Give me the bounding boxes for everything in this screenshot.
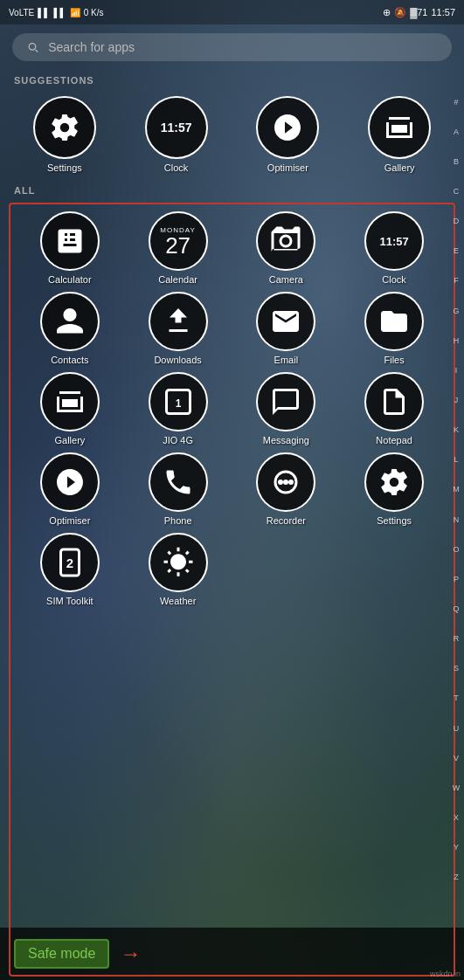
messaging-icon (270, 386, 301, 418)
watermark: wskdn.in (430, 970, 461, 978)
alpha-char-O[interactable]: O (453, 546, 459, 554)
clock-badge: 11:57 (366, 213, 422, 269)
gallery-icon (54, 386, 86, 418)
gallery-icon-suggestion (384, 112, 415, 143)
app-settings-suggestion[interactable]: Settings (33, 96, 96, 173)
gallery-icon-circle-suggestion (368, 96, 431, 159)
optimiser-icon (272, 112, 303, 143)
alpha-char-Z[interactable]: Z (454, 873, 459, 881)
app-gallery-suggestion[interactable]: Gallery (368, 96, 431, 173)
data-speed: 0 K/s (84, 8, 104, 17)
calendar-icon-circle: Monday 27 (149, 211, 208, 271)
app-contacts[interactable]: Contacts (17, 292, 122, 365)
alpha-char-H[interactable]: H (454, 337, 460, 345)
alpha-char-G[interactable]: G (453, 307, 459, 315)
alphabet-sidebar[interactable]: #ABCDEFGHIJKLMNOPQRSTUVWXYZ (448, 87, 464, 893)
camera-icon (270, 225, 301, 257)
alpha-char-Q[interactable]: Q (453, 605, 459, 613)
app-label-optimiser-suggestion: Optimiser (267, 162, 308, 173)
alpha-char-L[interactable]: L (454, 456, 458, 464)
alpha-char-D[interactable]: D (454, 217, 460, 225)
alpha-char-P[interactable]: P (454, 576, 459, 583)
app-camera[interactable]: Camera (234, 211, 339, 285)
simtoolkit-badge: 2 (54, 547, 86, 578)
alpha-char-S[interactable]: S (454, 665, 459, 673)
app-clock[interactable]: 11:57 Clock (342, 211, 447, 285)
app-label-calculator: Calculator (48, 274, 92, 285)
app-label-optimiser: Optimiser (49, 515, 90, 526)
alpha-char-#[interactable]: # (454, 99, 458, 107)
alpha-char-I[interactable]: I (455, 367, 458, 375)
location-icon: ⊕ (383, 7, 391, 18)
app-label-clock-suggestion: Clock (164, 162, 189, 173)
clock-icon-circle-suggestion: 11:57 (145, 96, 208, 159)
alpha-char-T[interactable]: T (454, 694, 459, 702)
search-input[interactable] (48, 40, 438, 54)
simtoolkit-icon: 2 (54, 547, 86, 578)
alpha-char-N[interactable]: N (454, 516, 460, 524)
alpha-char-B[interactable]: B (454, 158, 459, 166)
alpha-char-J[interactable]: J (454, 397, 459, 404)
alpha-char-V[interactable]: V (454, 755, 459, 763)
app-clock-suggestion[interactable]: 11:57 Clock (145, 96, 208, 173)
app-label-weather: Weather (160, 596, 196, 606)
app-label-recorder: Recorder (267, 515, 306, 526)
app-calendar[interactable]: Monday 27 Calendar (126, 211, 231, 285)
notepad-icon-circle (364, 372, 424, 431)
app-notepad[interactable]: Notepad (342, 372, 447, 445)
app-label-email: Email (274, 355, 299, 365)
app-recorder[interactable]: Recorder (234, 452, 339, 526)
wifi-icon: 📶 (70, 8, 80, 17)
app-label-phone: Phone (164, 515, 192, 526)
app-optimiser[interactable]: Optimiser (17, 452, 122, 526)
alpha-char-X[interactable]: X (454, 814, 459, 822)
all-apps-section: Calculator Monday 27 Calendar Camera (9, 203, 455, 977)
alpha-char-K[interactable]: K (454, 426, 459, 434)
app-messaging[interactable]: Messaging (234, 372, 339, 445)
all-label: ALL (0, 180, 464, 199)
app-phone[interactable]: Phone (126, 452, 231, 526)
status-right: ⊕ 🔕 ▓71 11:57 (383, 7, 455, 18)
settings-icon-circle (33, 96, 96, 159)
status-left: VoLTE ▌▌ ▌▌ 📶 0 K/s (9, 8, 103, 17)
app-label-messaging: Messaging (263, 435, 309, 445)
app-label-calendar: Calendar (158, 274, 197, 285)
alpha-char-R[interactable]: R (454, 635, 460, 643)
app-downloads[interactable]: Downloads (126, 292, 231, 365)
suggestions-label: SUGGESTIONS (0, 70, 464, 89)
app-grid: Calculator Monday 27 Calendar Camera (14, 211, 450, 606)
recorder-icon-circle (256, 452, 315, 512)
alpha-char-U[interactable]: U (454, 725, 460, 733)
alpha-char-C[interactable]: C (454, 188, 460, 196)
alpha-char-F[interactable]: F (454, 277, 459, 285)
notepad-icon (378, 386, 410, 418)
simtoolkit-icon-circle: 2 (40, 533, 100, 592)
downloads-icon-circle (149, 292, 208, 351)
app-optimiser-suggestion[interactable]: Optimiser (256, 96, 319, 173)
time-display: 11:57 (431, 7, 455, 17)
app-simtoolkit[interactable]: 2 SIM Toolkit (17, 533, 122, 606)
clock-badge-suggestion: 11:57 (147, 98, 206, 157)
settings-icon (49, 112, 80, 143)
app-weather[interactable]: Weather (126, 533, 231, 606)
app-email[interactable]: Email (234, 292, 339, 365)
app-label-downloads: Downloads (154, 355, 201, 365)
svg-point-5 (288, 480, 294, 485)
app-label-jio4g: JIO 4G (163, 435, 193, 445)
alpha-char-Y[interactable]: Y (454, 844, 459, 852)
app-gallery[interactable]: Gallery (17, 372, 122, 445)
app-jio4g[interactable]: 1 JIO 4G (126, 372, 231, 445)
app-files[interactable]: Files (342, 292, 447, 365)
alpha-char-A[interactable]: A (454, 128, 459, 136)
svg-point-3 (278, 480, 283, 485)
alpha-char-E[interactable]: E (454, 247, 459, 255)
alpha-char-W[interactable]: W (453, 784, 461, 792)
search-bar[interactable] (12, 33, 452, 61)
search-icon (26, 40, 39, 54)
app-calculator[interactable]: Calculator (17, 211, 122, 285)
recorder-icon (270, 466, 301, 498)
optimiser-icon2 (54, 466, 86, 498)
clock-time: 11:57 (380, 235, 409, 248)
app-settings[interactable]: Settings (342, 452, 447, 526)
alpha-char-M[interactable]: M (453, 486, 460, 493)
